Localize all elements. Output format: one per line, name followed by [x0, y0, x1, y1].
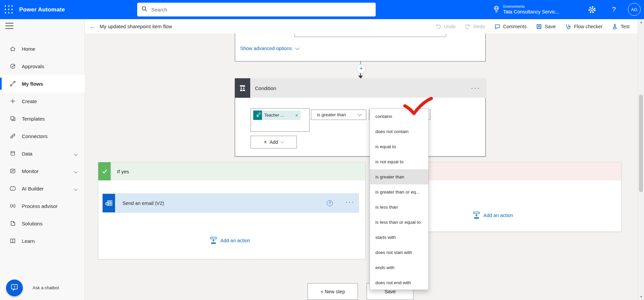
environment-name: Tata Consultancy Servic...	[503, 9, 559, 15]
operator-option[interactable]: is not equal to	[370, 154, 428, 169]
ai-builder-icon	[9, 185, 16, 192]
power-automate-app: Power Automate Environments Tata Consult…	[0, 0, 644, 300]
flow-checker-icon	[565, 23, 572, 30]
sharepoint-icon: s	[253, 111, 262, 120]
chevron-down-icon	[295, 46, 300, 50]
new-step-button[interactable]: + New step	[308, 283, 358, 300]
monitor-icon	[9, 168, 16, 174]
sidebar-item-home[interactable]: Home	[0, 40, 85, 57]
comment-icon	[494, 23, 501, 30]
operator-option[interactable]: contains	[370, 109, 428, 124]
redo-button[interactable]: Redo	[465, 23, 485, 30]
operator-option[interactable]: is less than or equal to	[370, 215, 428, 230]
sidebar-item-solutions[interactable]: Solutions	[0, 215, 85, 232]
comments-button[interactable]: Comments	[494, 23, 527, 30]
if-yes-add-action-link[interactable]: Add an action	[210, 237, 250, 245]
toolbar-actions: Undo Redo Comments Save Flow checker	[435, 19, 630, 34]
chip-label: Teacher ...	[264, 113, 284, 118]
svg-text:?: ?	[13, 285, 15, 289]
app-title: Power Automate	[19, 0, 65, 19]
scroll-down-icon[interactable]: ▼	[638, 295, 644, 298]
sidebar-item-templates[interactable]: Templates	[0, 110, 85, 127]
chevron-down-icon	[281, 140, 284, 143]
hamburger-menu-icon[interactable]	[5, 23, 13, 29]
operator-option[interactable]: does not contain	[370, 124, 428, 139]
outlook-icon	[103, 194, 115, 212]
chatbot-button[interactable]: ?	[6, 280, 23, 296]
operator-dropdown-menu: contains does not contain is equal to is…	[370, 109, 429, 290]
search-input[interactable]	[151, 6, 372, 13]
test-button[interactable]: Test	[611, 23, 630, 30]
top-app-bar: Power Automate Environments Tata Consult…	[0, 0, 644, 19]
data-icon	[9, 150, 16, 157]
undo-button[interactable]: Undo	[435, 23, 455, 30]
chevron-down-icon	[74, 187, 77, 190]
operator-select[interactable]: is greater than	[311, 110, 366, 120]
action-menu-button[interactable]: ···	[345, 199, 355, 206]
chevron-down-icon	[74, 169, 77, 173]
sidebar-item-create[interactable]: Create	[0, 92, 85, 110]
settings-gear-icon[interactable]	[588, 5, 596, 14]
condition-header[interactable]: Condition ···	[235, 78, 486, 98]
operator-option[interactable]: starts with	[370, 230, 428, 245]
operator-option[interactable]: does not end with	[370, 275, 428, 290]
process-advisor-icon	[9, 203, 16, 209]
undo-icon	[435, 23, 441, 30]
insert-step-button[interactable]: +	[357, 64, 366, 73]
condition-title: Condition	[255, 85, 276, 91]
flow-checker-button[interactable]: Flow checker	[565, 23, 602, 30]
sidebar-item-approvals[interactable]: Approvals	[0, 57, 85, 75]
environment-label: Environments	[503, 4, 559, 9]
sidebar-item-connectors[interactable]: Connectors	[0, 127, 85, 145]
operator-option[interactable]: ends with	[370, 260, 428, 275]
if-no-add-action-link[interactable]: Add an action	[473, 211, 513, 219]
learn-icon	[9, 238, 16, 244]
operator-option[interactable]: is less than	[370, 200, 428, 215]
save-button[interactable]: Save	[536, 23, 556, 30]
chat-icon: ?	[10, 283, 19, 293]
sidebar-item-ai-builder[interactable]: AI Builder	[0, 180, 85, 197]
redo-icon	[465, 23, 471, 30]
templates-icon	[9, 115, 16, 122]
scrollbar-thumb[interactable]	[639, 95, 643, 192]
condition-add-button[interactable]: + Add	[251, 136, 297, 148]
search-bar[interactable]	[137, 3, 376, 16]
sidebar-item-monitor[interactable]: Monitor	[0, 162, 85, 180]
send-email-action[interactable]: Send an email (V2)	[102, 194, 359, 213]
if-yes-header[interactable]: If yes	[98, 162, 365, 180]
test-icon	[611, 23, 618, 30]
solutions-icon	[9, 220, 16, 227]
vertical-scrollbar[interactable]: ▲ ▼	[638, 19, 644, 300]
environment-picker[interactable]: Environments Tata Consultancy Servic...	[493, 3, 559, 16]
dynamic-content-chip[interactable]: s Teacher ... ×	[253, 111, 301, 120]
app-launcher-icon[interactable]	[5, 5, 13, 14]
check-icon	[98, 162, 111, 180]
chevron-down-icon	[74, 152, 77, 156]
sidebar-item-data[interactable]: Data	[0, 145, 85, 162]
avatar[interactable]: AG	[628, 3, 641, 16]
scroll-up-icon[interactable]: ▲	[638, 21, 644, 24]
globe-icon	[493, 5, 500, 14]
save-icon	[536, 23, 542, 30]
back-arrow-icon[interactable]: ←	[89, 19, 96, 34]
home-icon	[9, 45, 16, 52]
sidebar-item-my-flows[interactable]: My flows	[0, 75, 85, 92]
show-advanced-options-link[interactable]: Show advanced options	[240, 46, 299, 51]
action-label: Send an email (V2)	[122, 201, 164, 206]
chevron-down-icon	[358, 112, 362, 116]
create-icon	[9, 98, 16, 104]
chatbot-label: Ask a chatbot	[33, 285, 59, 290]
action-help-icon[interactable]: ?	[327, 200, 333, 206]
trigger-partial-input[interactable]	[294, 34, 446, 37]
operator-option[interactable]: is equal to	[370, 139, 428, 154]
condition-menu-button[interactable]: ···	[471, 78, 480, 98]
sidebar-item-learn[interactable]: Learn	[0, 232, 85, 250]
operator-option[interactable]: is greater than or eq...	[370, 184, 428, 200]
add-action-icon	[210, 237, 217, 245]
search-icon	[141, 6, 148, 13]
sidebar-item-process-advisor[interactable]: Process advisor	[0, 197, 85, 215]
operator-option[interactable]: is greater than	[370, 169, 428, 184]
chip-remove-icon[interactable]: ×	[295, 113, 298, 118]
help-icon[interactable]: ?	[610, 4, 617, 14]
operator-option[interactable]: does not start with	[370, 245, 428, 260]
